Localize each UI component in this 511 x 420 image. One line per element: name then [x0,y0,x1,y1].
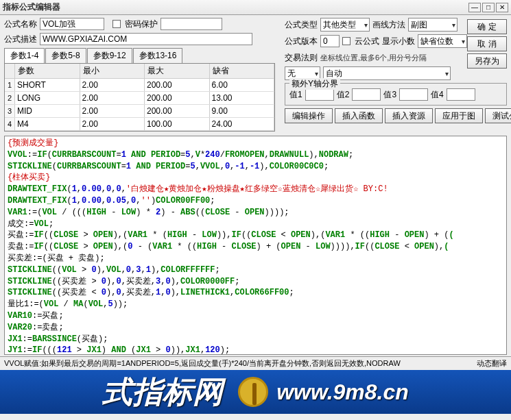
param-def-input[interactable] [210,105,274,117]
saveas-button[interactable]: 另存为 [467,53,507,69]
code-editor[interactable]: {预测成交量} VVOL:=IF(CURRBARSCOUNT=1 AND PER… [4,136,507,355]
extra-y-fieldset: 额外Y轴分界 值1 值2 值3 值4 [285,83,507,106]
col-max: 最大 [145,64,210,78]
trade-hint: 坐标线位置,最多6个,用分号分隔 [320,53,427,63]
logo-icon [238,377,268,407]
cancel-button[interactable]: 取 消 [467,36,507,51]
ok-button[interactable]: 确 定 [467,19,507,34]
ver-input[interactable] [320,35,340,47]
param-min-input[interactable] [80,79,145,91]
param-name-input[interactable] [15,105,80,117]
param-table: 参数 最小 最大 缺省 1234 [4,63,275,132]
dec-select[interactable]: 缺省位数 [418,34,467,48]
v3-input[interactable] [399,88,428,101]
titlebar: 指标公式编辑器 — □ ✕ [0,0,511,15]
watermark-banner: 式指标网 www.9m8.cn [0,370,511,414]
name-label: 公式名称 [4,18,37,30]
pwd-protect-checkbox[interactable] [112,20,121,28]
param-name-input[interactable] [15,118,80,130]
tab-params-9-12[interactable]: 参数9-12 [87,48,132,63]
trade-select2[interactable]: 自动 [323,66,451,80]
ver-label: 公式版本 [285,36,318,47]
tab-params-5-8[interactable]: 参数5-8 [45,48,86,63]
extray-title: 额外Y轴分界 [289,78,340,90]
status-right: 动态翻译 [477,358,507,369]
param-tabs: 参数1-4 参数5-8 参数9-12 参数13-16 [4,48,277,63]
param-row: 4 [5,118,274,131]
test-button[interactable]: 测试公式 [485,108,511,123]
insfunc-button[interactable]: 插入函数 [335,108,383,123]
apply-button[interactable]: 应用于图 [435,108,483,123]
v4-label: 值4 [431,89,444,101]
insres-button[interactable]: 插入资源 [385,108,433,123]
param-def-input[interactable] [210,118,274,130]
close-button[interactable]: ✕ [496,3,508,12]
param-def-input[interactable] [210,92,274,104]
wm-text: 式指标网 [102,372,223,412]
edit-button[interactable]: 编辑操作 [285,108,333,123]
tab-params-13-16[interactable]: 参数13-16 [133,48,183,63]
status-bar: VVOL赋值:如果到最后交易的周期=1ANDPERIOD=5,返回成交量(手)*… [0,356,511,370]
param-def-input[interactable] [210,79,274,91]
param-max-input[interactable] [145,118,209,130]
v1-input[interactable] [305,88,334,101]
param-row: 3 [5,105,274,118]
desc-label: 公式描述 [4,34,37,45]
draw-select[interactable]: 副图 [408,18,457,32]
v2-label: 值2 [337,89,350,101]
type-label: 公式类型 [285,19,318,31]
param-min-input[interactable] [80,92,145,104]
col-def: 缺省 [210,64,275,78]
param-row: 2 [5,92,274,105]
dec-label: 显示小数 [382,36,415,47]
param-min-input[interactable] [80,118,145,130]
param-name-input[interactable] [15,79,80,91]
col-name: 参数 [15,64,80,78]
col-min: 最小 [80,64,145,78]
pwd-label: 密码保护 [125,18,158,30]
cloud-checkbox[interactable] [342,37,350,45]
window-title: 指标公式编辑器 [3,1,467,13]
v2-input[interactable] [352,88,381,101]
pwd-input[interactable] [161,18,222,30]
type-select[interactable]: 其他类型 [320,18,370,32]
name-input[interactable] [40,18,104,30]
maximize-button[interactable]: □ [482,3,495,12]
desc-input[interactable] [40,33,252,45]
param-name-input[interactable] [15,92,80,104]
status-left: VVOL赋值:如果到最后交易的周期=1ANDPERIOD=5,返回成交量(手)*… [4,358,401,369]
param-max-input[interactable] [145,92,209,104]
draw-label: 画线方法 [372,19,405,31]
v3-label: 值3 [383,89,396,101]
v1-label: 值1 [289,89,302,101]
param-row: 1 [5,79,274,92]
param-max-input[interactable] [145,79,209,91]
trade-label: 交易法则 [285,52,318,64]
param-min-input[interactable] [80,105,145,117]
param-max-input[interactable] [145,105,209,117]
minimize-button[interactable]: — [468,3,481,12]
v4-input[interactable] [447,88,475,101]
wm-url: www.9m8.cn [276,380,409,405]
cloud-label: 云公式 [355,36,379,47]
tab-params-1-4[interactable]: 参数1-4 [4,48,45,63]
